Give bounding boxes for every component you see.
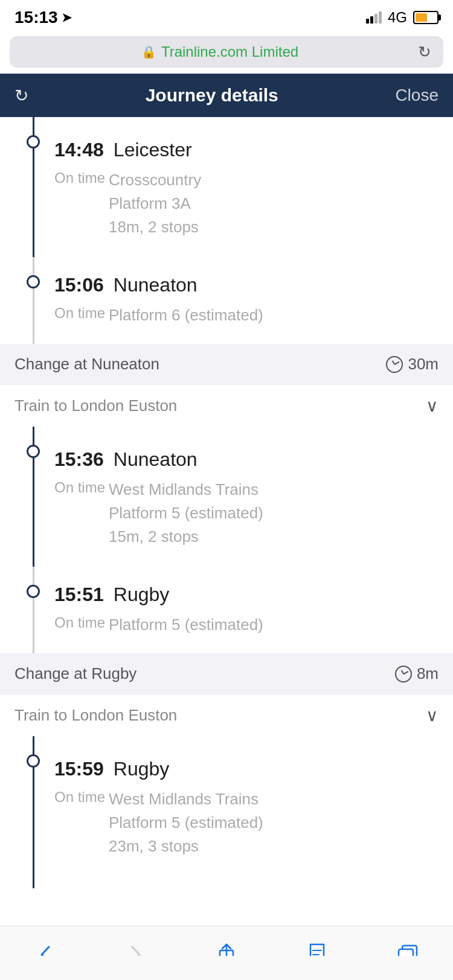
close-button[interactable]: Close (395, 86, 439, 105)
stop-time-1: 14:48 (54, 139, 104, 161)
stop-detail-row-4: On time Platform 5 (estimated) (54, 611, 439, 637)
network-type: 4G (388, 9, 407, 26)
stop-rugby-2: 15:59 Rugby On time West Midlands Trains… (0, 736, 453, 888)
chevron-down-icon-1: ∨ (426, 396, 439, 416)
train-label-text-2: Train to London Euston (14, 706, 177, 725)
timeline-dot-4 (27, 585, 40, 598)
reload-button[interactable]: ↻ (418, 43, 431, 62)
status-time: 15:13 ➤ (14, 8, 72, 27)
refresh-icon[interactable]: ↻ (14, 86, 28, 106)
journey-content: 14:48 Leicester On time CrosscountryPlat… (0, 117, 453, 888)
url-text: Trainline.com Limited (161, 43, 298, 60)
stop-details-5: West Midlands TrainsPlatform 5 (estimate… (109, 788, 263, 858)
stop-rugby-1: 15:51 Rugby On time Platform 5 (estimate… (0, 567, 453, 654)
stop-details-4: Platform 5 (estimated) (109, 613, 263, 637)
stop-time-2: 15:06 (54, 274, 104, 296)
stop-name-3: Nuneaton (114, 448, 198, 471)
stop-details-2: Platform 6 (estimated) (109, 304, 263, 327)
stop-time-4: 15:51 (54, 584, 104, 606)
stop-header-3: 15:36 Nuneaton (54, 448, 439, 471)
change-text-2: Change at Rugby (14, 664, 137, 683)
stop-header-5: 15:59 Rugby (54, 758, 439, 780)
stop-header-4: 15:51 Rugby (54, 584, 439, 606)
chevron-down-icon-2: ∨ (426, 705, 439, 725)
stop-status-5: On time (54, 789, 109, 806)
status-bar: 15:13 ➤ 4G (0, 0, 453, 31)
stop-status-1: On time (54, 170, 109, 186)
clock-hand-min-2 (403, 670, 409, 674)
stop-time-5: 15:59 (54, 758, 104, 780)
timeline-dot-2 (27, 275, 40, 288)
stop-status-2: On time (54, 305, 109, 322)
timeline-line-2 (33, 257, 34, 344)
stop-name-2: Nuneaton (114, 274, 198, 296)
page-title: Journey details (146, 85, 278, 106)
change-at-rugby: Change at Rugby 8m (0, 654, 453, 694)
stop-name-1: Leicester (114, 139, 192, 161)
change-at-nuneaton: Change at Nuneaton 30m (0, 344, 453, 384)
url-input-field[interactable]: 🔒 Trainline.com Limited ↻ (10, 36, 443, 68)
change-duration-text-2: 8m (417, 664, 439, 683)
train-label-2[interactable]: Train to London Euston ∨ (0, 694, 453, 736)
stop-status-3: On time (54, 479, 109, 496)
url-bar: 🔒 Trainline.com Limited ↻ (0, 31, 453, 74)
location-icon: ➤ (62, 10, 72, 25)
stop-detail-row-3: On time West Midlands TrainsPlatform 5 (… (54, 476, 439, 549)
change-duration-text-1: 30m (408, 355, 439, 374)
stop-header-2: 15:06 Nuneaton (54, 274, 439, 296)
url-content: 🔒 Trainline.com Limited (22, 43, 418, 60)
timeline-dot-5 (27, 754, 40, 768)
stop-nuneaton-1: 15:06 Nuneaton On time Platform 6 (estim… (0, 257, 453, 344)
stop-detail-row-2: On time Platform 6 (estimated) (54, 301, 439, 327)
stop-status-4: On time (54, 614, 109, 631)
clock-hand-min-1 (394, 361, 400, 364)
clock-icon-1 (386, 356, 403, 373)
stop-details-1: CrosscountryPlatform 3A18m, 2 stops (109, 168, 201, 239)
clock-icon-2 (395, 666, 412, 682)
change-text-1: Change at Nuneaton (14, 355, 159, 374)
battery-icon (413, 11, 439, 24)
stop-name-5: Rugby (114, 758, 170, 780)
train-label-text-1: Train to London Euston (14, 396, 177, 415)
stop-details-3: West Midlands TrainsPlatform 5 (estimate… (109, 478, 263, 549)
stop-name-4: Rugby (114, 584, 170, 606)
stop-leicester: 14:48 Leicester On time CrosscountryPlat… (0, 117, 453, 257)
signal-icon (366, 11, 382, 24)
stop-time-3: 15:36 (54, 448, 104, 471)
nav-header: ↻ Journey details Close (0, 74, 453, 117)
change-duration-2: 8m (395, 664, 439, 683)
stop-header-1: 14:48 Leicester (54, 139, 439, 161)
stop-nuneaton-2: 15:36 Nuneaton On time West Midlands Tra… (0, 427, 453, 567)
home-indicator (0, 956, 453, 980)
change-duration-1: 30m (386, 355, 439, 374)
stop-detail-row-1: On time CrosscountryPlatform 3A18m, 2 st… (54, 166, 439, 239)
lock-icon: 🔒 (141, 45, 156, 59)
stop-detail-row-5: On time West Midlands TrainsPlatform 5 (… (54, 785, 439, 858)
status-icons: 4G (366, 9, 439, 26)
time-display: 15:13 (14, 8, 58, 27)
timeline-dot-3 (27, 445, 40, 458)
timeline-dot-1 (27, 135, 40, 148)
train-label-1[interactable]: Train to London Euston ∨ (0, 384, 453, 427)
timeline-line-4 (33, 567, 34, 654)
